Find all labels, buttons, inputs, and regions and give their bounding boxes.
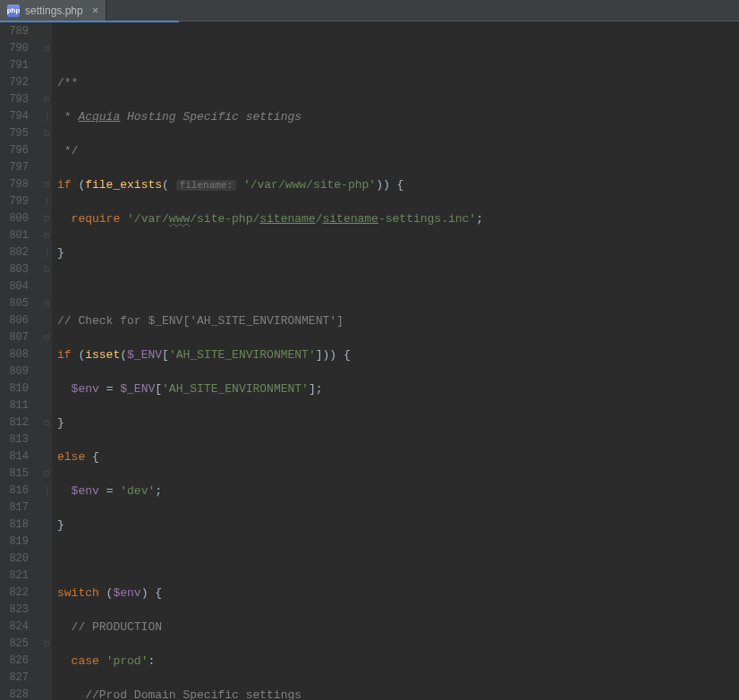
line-number: 799 (5, 193, 29, 210)
file-tab[interactable]: php settings.php × (0, 0, 106, 21)
line-number: 796 (5, 142, 29, 159)
line-number: 827 (5, 670, 29, 687)
comment-open: /** (57, 76, 78, 90)
line-number: 807 (5, 329, 29, 346)
line-number: 792 (5, 74, 29, 91)
fn-file-exists: file_exists (85, 178, 162, 192)
line-number: 818 (5, 516, 29, 534)
line-number: 789 (5, 23, 29, 40)
line-number: 797 (5, 159, 29, 176)
tab-filename: settings.php (25, 4, 83, 17)
line-number: 825 (5, 636, 29, 653)
line-number: 793 (5, 91, 29, 108)
param-hint: filename: (176, 180, 236, 191)
fold-column[interactable]: ⊟⊟│⊡⊟│⊡⊟│⊡⊟⊟⊟⊡│⊡ (41, 21, 52, 700)
fold-marker[interactable]: │ (41, 482, 52, 499)
line-number: 819 (5, 534, 29, 551)
fold-marker[interactable]: ⊡ (41, 210, 52, 227)
line-number: 824 (5, 619, 29, 636)
fold-marker[interactable]: ⊟ (41, 295, 52, 312)
line-number: 813 (5, 431, 29, 448)
code-area[interactable]: /** * Acquia Hosting Specific settings *… (52, 21, 739, 700)
line-number: 800 (5, 210, 29, 227)
fold-marker[interactable]: ⊟ (41, 414, 52, 431)
line-number: 803 (5, 261, 29, 278)
fold-marker[interactable]: ⊡ (41, 125, 52, 142)
fold-marker[interactable]: │ (41, 108, 52, 125)
comment-close: */ (57, 144, 78, 158)
line-number: 823 (5, 602, 29, 619)
comment-check-env: // Check for $_ENV['AH_SITE_ENVIRONMENT'… (57, 314, 344, 328)
line-number: 801 (5, 227, 29, 244)
line-number: 814 (5, 448, 29, 465)
kw-if: if (57, 178, 78, 192)
line-number: 794 (5, 108, 29, 125)
line-number: 815 (5, 465, 29, 482)
fold-marker[interactable]: ⊟ (41, 40, 52, 57)
line-number: 805 (5, 295, 29, 312)
line-number: 795 (5, 125, 29, 142)
fold-marker[interactable]: ⊡ (41, 465, 52, 482)
fold-marker[interactable]: ⊟ (41, 227, 52, 244)
close-icon[interactable]: × (89, 4, 99, 17)
line-number-gutter: 7897907917927937947957967977987998008018… (0, 21, 41, 700)
line-number: 820 (5, 551, 29, 568)
line-number: 816 (5, 482, 29, 499)
fold-marker[interactable]: ⊡ (41, 261, 52, 278)
line-number: 811 (5, 397, 29, 414)
fold-marker[interactable]: ⊟ (41, 176, 52, 193)
line-number: 809 (5, 363, 29, 380)
code-editor[interactable]: 7897907917927937947957967977987998008018… (0, 21, 739, 700)
php-file-icon: php (7, 4, 20, 17)
line-number: 812 (5, 414, 29, 431)
comment-line: * Acquia Hosting Specific settings (57, 110, 302, 124)
fold-marker[interactable]: │ (41, 193, 52, 210)
kw-require: require (72, 212, 127, 226)
line-number: 806 (5, 312, 29, 329)
fold-marker[interactable]: ⊡ (41, 636, 52, 653)
line-number: 808 (5, 346, 29, 363)
line-number: 810 (5, 380, 29, 397)
str-path: '/var/www/site-php' (243, 178, 376, 192)
fold-marker[interactable]: ⊟ (41, 329, 52, 346)
line-number: 826 (5, 653, 29, 670)
line-number: 790 (5, 40, 29, 57)
line-number: 791 (5, 57, 29, 74)
line-number: 798 (5, 176, 29, 193)
line-number: 822 (5, 585, 29, 602)
fold-marker[interactable]: │ (41, 244, 52, 261)
line-number: 821 (5, 568, 29, 585)
line-number: 828 (5, 687, 29, 700)
line-number: 817 (5, 499, 29, 516)
tab-bar: php settings.php × (0, 0, 739, 21)
line-number: 804 (5, 278, 29, 295)
line-number: 802 (5, 244, 29, 261)
fold-marker[interactable]: ⊟ (41, 91, 52, 108)
